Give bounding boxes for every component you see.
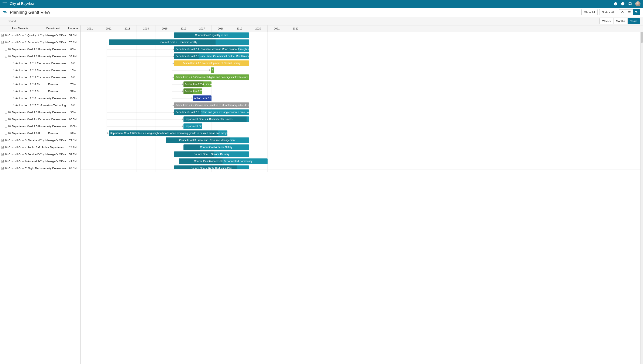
tree-toggle[interactable]: – (1, 41, 4, 44)
gantt-bar[interactable]: Department Goal 2.1 Revitalize Mosman Ro… (174, 46, 249, 52)
row-progress: 100% (66, 95, 80, 102)
gantt-bar[interactable]: Action Item 2.2.6 (193, 96, 211, 101)
weeks-button[interactable]: Weeks (600, 18, 613, 24)
status-filter-button[interactable]: Status: All (599, 9, 617, 15)
tree-row[interactable]: +Council Goal 4 Public SafPolice Departm… (0, 144, 81, 151)
tree-row[interactable]: Action Item 2.2.2 FuEconomic Development… (0, 67, 81, 74)
gantt-bar[interactable]: Department Goal (183, 124, 202, 129)
tree-row[interactable]: +Council Goal 5 Service DeCity Manager's… (0, 151, 81, 158)
gantt-bar[interactable]: Council Goal 7 Blight Reduction Plan (174, 166, 249, 170)
row-progress: 52.7% (66, 151, 80, 158)
show-all-button[interactable]: Show All (581, 9, 597, 15)
tree-row[interactable]: +Department Goal 2.6 PFinance92% (0, 130, 81, 137)
gantt-bar[interactable]: Department Goal 2.6 Protect existing nei… (109, 130, 227, 136)
tree-toggle[interactable]: + (1, 153, 4, 156)
row-dept: City Manager's Office (40, 137, 66, 144)
avatar[interactable] (635, 1, 640, 6)
alert-icon[interactable] (621, 2, 625, 6)
org-view-button[interactable] (619, 9, 626, 15)
folder-icon (5, 34, 9, 37)
tree-row[interactable]: Action Item 2.2.1 ReEconomic Development… (0, 60, 81, 67)
row-label: Department Goal 2.4 D (12, 118, 40, 121)
tree-toggle[interactable]: + (5, 118, 7, 120)
timeline-body: Council Goal 1 Quality of LifeCouncil Go… (81, 32, 643, 170)
row-label: Department Goal 2.2 P (12, 55, 40, 58)
row-dept: City Manager's Office (40, 151, 66, 158)
gantt-bar[interactable]: Department Goal 2.3 Retain and grow exis… (174, 110, 249, 115)
tree-toggle[interactable]: + (1, 160, 4, 162)
gantt-bar[interactable]: Department Goal 2.2 Park Street Commerci… (174, 54, 249, 59)
tree-row[interactable]: –Council Goal 2 EconomicCity Manager's O… (0, 39, 81, 46)
tree-row[interactable]: +Department Goal 2.1 RCommunity Developm… (0, 46, 81, 53)
year-header: 2016 (174, 26, 193, 32)
list-view-button[interactable] (626, 9, 633, 15)
tree-row[interactable]: Action Item 2.2.7 CrInformation Technolo… (0, 102, 81, 109)
years-button[interactable]: Years (627, 18, 640, 24)
tree-row[interactable]: Action Item 2.2.3 CrEconomic Development… (0, 74, 81, 81)
col-plan-header[interactable]: Plan Elements (0, 26, 40, 32)
tree-toggle[interactable]: – (5, 55, 7, 58)
gantt-bar-label: Action Item 2.2.3 Creation of digital an… (175, 76, 249, 79)
year-header: 2020 (249, 26, 267, 32)
timeline-row: Department Goal 2.4 Diversity of busines… (81, 116, 643, 123)
tree-row[interactable]: +Department Goal 2.4 DEconomic Developme… (0, 116, 81, 123)
file-icon (12, 90, 15, 93)
gantt-bar[interactable]: Council Goal 2 Economic Vitality (109, 40, 249, 45)
gantt-bar[interactable]: Action Item 2.2.1 Redevelopment of Centr… (174, 60, 249, 66)
gantt-bar[interactable]: Action Item 2.2.3 Creation of digital an… (174, 74, 249, 80)
tree-toggle[interactable]: + (5, 125, 7, 128)
gantt-bar[interactable]: Department Goal 2.4 Diversity of busines… (183, 116, 249, 122)
tree-toggle[interactable]: + (1, 34, 4, 36)
tree-row[interactable]: +Council Goal 7 Blight RedCommunity Deve… (0, 165, 81, 172)
expand-all-button[interactable]: + Expand (3, 20, 16, 23)
tree-row[interactable]: +Department Goal 2.5 PCommunity Developm… (0, 123, 81, 130)
tree-row[interactable]: +Council Goal 1 Quality ofCity Manager's… (0, 32, 81, 39)
help-icon[interactable] (614, 2, 617, 6)
gantt-bar[interactable]: Council Goal 3 Fiscal and Resource Manag… (166, 138, 249, 143)
gantt-bar[interactable]: Action Item 2.2.7 Create new initiative … (174, 102, 249, 108)
tree-row[interactable]: Action Item 2.2.4 FinFinance70% (0, 81, 81, 88)
tree-row[interactable]: +Department Goal 2.3 RCommunity Developm… (0, 109, 81, 116)
tree-row[interactable]: –Department Goal 2.2 PCommunity Developm… (0, 53, 81, 60)
tree-row[interactable]: +Council Goal 3 Fiscal andCity Manager's… (0, 137, 81, 144)
row-progress: 0% (66, 102, 80, 108)
year-header: 2022 (286, 26, 305, 32)
row-label: Action Item 2.2.1 Re (15, 62, 40, 65)
row-progress: 86% (66, 46, 80, 52)
col-prog-header[interactable]: Progress (66, 26, 80, 32)
svg-rect-3 (3, 11, 6, 12)
gantt-bar[interactable]: Ac (211, 68, 214, 73)
gantt-bar[interactable]: Council Goal 4 Public Safety (183, 144, 249, 150)
tree-toggle[interactable]: + (5, 48, 7, 50)
tree-toggle[interactable]: + (1, 139, 4, 142)
gantt-bar[interactable]: Council Goal 1 Quality of Life (174, 32, 249, 38)
tree-toggle[interactable]: + (5, 111, 7, 114)
gantt-bar-label: Action Item 2.2.1 Redevelopment of Centr… (183, 62, 241, 65)
months-button[interactable]: Months (613, 18, 628, 24)
menu-icon[interactable] (3, 2, 7, 5)
row-dept: Community Development (40, 53, 66, 60)
col-dept-header[interactable]: Department (40, 26, 66, 32)
gantt-bar[interactable]: Action Item 2.2.5 (183, 88, 202, 94)
timeline-header: 2011201220132014201520162017201820192020… (81, 26, 643, 32)
folder-icon (8, 111, 12, 114)
timeline-row: Action Item 2.2.3 Creation of digital an… (81, 74, 643, 81)
folder-icon (5, 153, 9, 156)
tree-row[interactable]: Action Item 2.2.6 LaCommunity Developmen… (0, 95, 81, 102)
scrollbar[interactable] (640, 26, 643, 364)
tree-toggle[interactable]: + (1, 167, 4, 170)
timeline-row: Department Goal 2.1 Revitalize Mosman Ro… (81, 46, 643, 53)
inbox-icon[interactable] (628, 2, 632, 6)
gantt-bar[interactable]: Action Item 2.2.4 Find opp (183, 82, 211, 87)
gantt-bar[interactable]: Council Goal 6 Accessible & Connected Co… (179, 158, 267, 164)
gantt-view-button[interactable] (633, 9, 640, 15)
gantt-bar[interactable]: Council Goal 5 Service Delivery (174, 152, 249, 157)
row-dept: Police Department (40, 144, 66, 150)
tree-row[interactable]: Action Item 2.2.5 SuFinance52% (0, 88, 81, 95)
tree-toggle[interactable]: + (1, 146, 4, 148)
tree-toggle[interactable]: + (5, 132, 7, 134)
folder-icon (5, 160, 9, 163)
folder-icon (5, 167, 9, 170)
row-dept: City Manager's Office (40, 32, 66, 38)
tree-row[interactable]: +Council Goal 6 AccessibleCity Manager's… (0, 158, 81, 165)
